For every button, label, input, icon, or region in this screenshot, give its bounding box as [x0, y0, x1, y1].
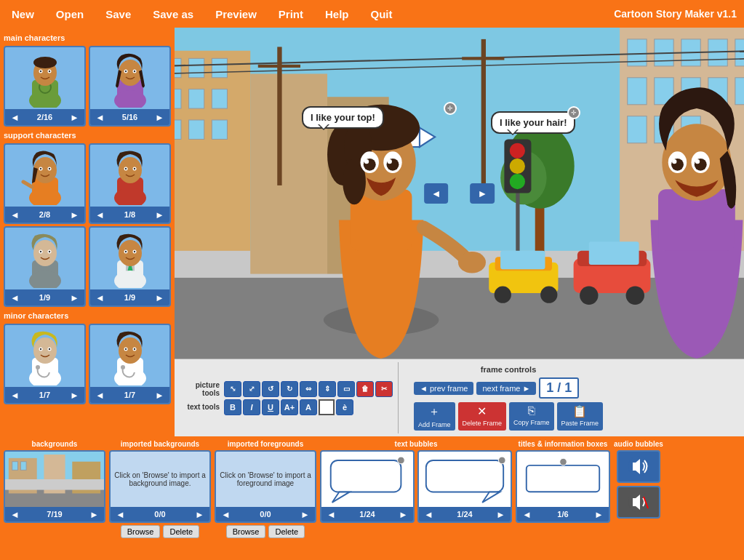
tool-rotate-left[interactable]: ↺ — [262, 381, 279, 397]
bubble2-handle[interactable]: ✛ — [567, 106, 580, 119]
add-frame-btn[interactable]: ＋ Add Frame — [414, 402, 455, 431]
menu-new[interactable]: New — [7, 5, 39, 23]
backgrounds-nav: ◄ 7/19 ► — [5, 507, 104, 521]
minor-char-1[interactable]: ◄ 1/7 ► — [4, 324, 86, 404]
backgrounds-card[interactable]: ◄ 7/19 ► — [4, 450, 105, 523]
imported-fg-next[interactable]: ► — [298, 509, 312, 520]
main-char-2[interactable]: ◄ 5/16 ► — [89, 46, 171, 127]
support-char-3[interactable]: ◄ 1/9 ► — [4, 226, 86, 307]
delete-frame-icon: ✕ — [477, 404, 487, 418]
text-bubble-2-card[interactable]: ◄ 1/24 ► — [417, 450, 512, 523]
tool-rotate-right[interactable]: ↻ — [281, 381, 298, 397]
prev-frame-btn[interactable]: ◄ prev frame — [414, 382, 473, 395]
support-char-3-next[interactable]: ► — [68, 292, 81, 303]
menu-open[interactable]: Open — [52, 5, 88, 23]
audio-btn-2[interactable] — [617, 486, 660, 519]
tool-bold[interactable]: B — [224, 399, 241, 415]
main-char-1-next[interactable]: ► — [68, 112, 81, 123]
minor-char-1-prev[interactable]: ◄ — [8, 390, 22, 401]
text-bubble-1-img — [321, 452, 413, 507]
tool-expand[interactable]: ⤡ — [224, 381, 241, 397]
svg-rect-69 — [189, 89, 204, 108]
speech-bubble-2[interactable]: I like your hair! — [491, 111, 575, 134]
color-picker[interactable] — [319, 399, 335, 415]
svg-point-110 — [540, 287, 557, 303]
bg-prev[interactable]: ◄ — [8, 509, 22, 520]
main-char-1[interactable]: ◄ 2/16 ► — [4, 46, 86, 127]
text-bubbles-section: text bubbles ◄ 1/24 ► — [320, 440, 512, 523]
minor-char-2[interactable]: ◄ 1/7 ► — [89, 324, 171, 404]
copy-frame-btn[interactable]: ⎘ Copy Frame — [509, 402, 554, 431]
support-char-4[interactable]: ◄ 1/9 ► — [89, 226, 171, 307]
imported-fg-browse[interactable]: Browse — [226, 525, 266, 538]
support-char-2-next[interactable]: ► — [153, 209, 167, 220]
imported-fg-delete[interactable]: Delete — [268, 525, 305, 538]
delete-frame-btn[interactable]: ✕ Delete Frame — [458, 402, 507, 431]
tool-clear[interactable]: ✂ — [375, 381, 393, 397]
audio-btn-1[interactable] — [617, 450, 660, 483]
tool-accent[interactable]: è — [336, 399, 353, 415]
main-char-2-prev[interactable]: ◄ — [93, 112, 107, 123]
tool-size-down[interactable]: A — [300, 399, 317, 415]
tool-underline[interactable]: U — [262, 399, 279, 415]
support-char-1[interactable]: ◄ 2/8 ► — [4, 143, 86, 224]
audio-bubbles-label: audio bubbles — [614, 440, 663, 448]
minor-char-1-counter: 1/7 — [39, 391, 50, 399]
bubble-2-next[interactable]: ► — [494, 509, 508, 520]
tool-contract[interactable]: ⤢ — [243, 381, 260, 397]
minor-char-1-next[interactable]: ► — [68, 390, 81, 401]
menu-save-as[interactable]: Save as — [148, 5, 198, 23]
imported-fg-prev[interactable]: ◄ — [219, 509, 233, 520]
svg-point-105 — [626, 287, 644, 305]
bg-next[interactable]: ► — [87, 509, 101, 520]
main-char-2-next[interactable]: ► — [153, 112, 167, 123]
audio-bubble-card — [614, 450, 663, 519]
tool-flip-v[interactable]: ⇕ — [319, 381, 336, 397]
svg-point-30 — [133, 167, 135, 169]
scene-canvas[interactable]: I like your top! I like your hair! ◄ ► ✛… — [175, 28, 744, 359]
minor-char-2-prev[interactable]: ◄ — [93, 390, 107, 401]
imported-bg-browse[interactable]: Browse — [121, 525, 161, 538]
speech-bubble-1[interactable]: I like your top! — [302, 106, 384, 129]
bubble-1-prev[interactable]: ◄ — [324, 509, 338, 520]
support-char-2[interactable]: ◄ 1/8 ► — [89, 143, 171, 224]
support-char-2-prev[interactable]: ◄ — [93, 209, 107, 220]
svg-rect-67 — [212, 58, 227, 77]
titles-prev[interactable]: ◄ — [520, 509, 534, 520]
menu-preview[interactable]: Preview — [211, 5, 261, 23]
tool-italic[interactable]: I — [243, 399, 260, 415]
main-char-1-prev[interactable]: ◄ — [8, 112, 22, 123]
support-char-1-next[interactable]: ► — [68, 209, 81, 220]
imported-bg-next[interactable]: ► — [193, 509, 207, 520]
svg-rect-66 — [189, 58, 204, 77]
svg-point-33 — [33, 240, 57, 266]
support-characters-label: support characters — [4, 131, 171, 140]
support-char-3-prev[interactable]: ◄ — [8, 292, 22, 303]
titles-next[interactable]: ► — [592, 509, 606, 520]
paste-frame-btn[interactable]: 📋 Paste Frame — [557, 402, 604, 431]
scene-next-arrow[interactable]: ► — [471, 183, 495, 204]
support-char-1-prev[interactable]: ◄ — [8, 209, 22, 220]
tool-flip-h[interactable]: ⇔ — [300, 381, 317, 397]
menu-save[interactable]: Save — [101, 5, 135, 23]
menu-help[interactable]: Help — [321, 5, 353, 23]
support-char-4-prev[interactable]: ◄ — [93, 292, 107, 303]
next-frame-btn[interactable]: next frame ► — [476, 382, 536, 395]
support-char-1-counter: 2/8 — [39, 210, 50, 219]
minor-char-2-next[interactable]: ► — [153, 390, 167, 401]
scene-prev-arrow[interactable]: ◄ — [424, 183, 449, 204]
menu-print[interactable]: Print — [274, 5, 308, 23]
main-char-1-nav: ◄ 2/16 ► — [5, 109, 84, 125]
tool-layer-fwd[interactable]: ▭ — [337, 381, 355, 397]
imported-bg-prev[interactable]: ◄ — [113, 509, 127, 520]
imported-bg-delete[interactable]: Delete — [163, 525, 199, 538]
menu-quit[interactable]: Quit — [367, 5, 397, 23]
bubble-2-prev[interactable]: ◄ — [422, 509, 436, 520]
tool-size-up[interactable]: A+ — [281, 399, 298, 415]
support-char-4-next[interactable]: ► — [153, 292, 167, 303]
bubble1-handle[interactable]: ✛ — [444, 102, 457, 115]
text-bubble-1-card[interactable]: ◄ 1/24 ► — [320, 450, 415, 523]
bubble-1-next[interactable]: ► — [396, 509, 410, 520]
tool-delete[interactable]: 🗑 — [356, 381, 374, 397]
titles-card[interactable]: ◄ 1/6 ► — [516, 450, 610, 523]
